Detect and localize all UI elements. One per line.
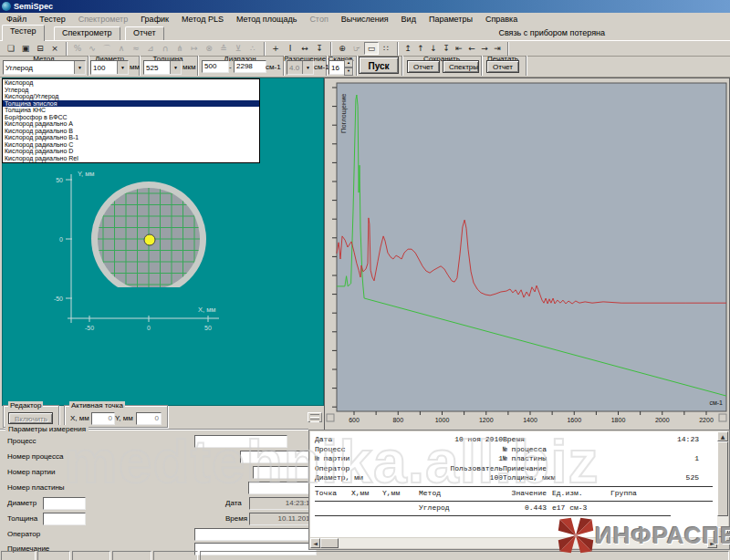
dropdown-item[interactable]: Кислород bbox=[3, 79, 259, 87]
pan-horizontal-icon[interactable]: ↔ bbox=[297, 42, 312, 55]
diameter-combobox[interactable]: 100 ▼ bbox=[90, 60, 129, 75]
dropdown-item[interactable]: Бор/фосфор в БФСС bbox=[3, 114, 259, 121]
dropdown-item[interactable]: Толщина эпислоя bbox=[3, 100, 259, 108]
zoom-icon[interactable]: ⊕ bbox=[335, 42, 349, 55]
wafer-x-tick-label: -50 bbox=[85, 325, 94, 331]
active-point-y-field[interactable]: 0 bbox=[136, 412, 162, 425]
diameter-param-field[interactable] bbox=[43, 497, 86, 510]
cursor-icon[interactable]: I bbox=[283, 42, 297, 55]
method-dropdown-list[interactable]: КислородУглеродКислород/УглеродТолщина э… bbox=[2, 78, 260, 163]
toolbar-group: ↥↑↓↧⇤←→⇥ bbox=[402, 42, 508, 56]
report-label: № партии bbox=[315, 454, 402, 464]
spectrum-y-axis-label: Поглощение bbox=[339, 93, 348, 133]
resolution-value: 4.0 bbox=[287, 64, 302, 72]
scroll-down-icon[interactable]: ↓ bbox=[427, 42, 440, 55]
dropdown-item[interactable]: Кислород радиально C bbox=[3, 141, 259, 149]
scroll-up-icon[interactable]: ↑ bbox=[414, 42, 427, 55]
scroll-right-icon[interactable]: ► bbox=[707, 538, 717, 548]
nand-icon: ⊻ bbox=[231, 42, 245, 55]
menu-item-метод-площадь[interactable]: Метод площадь bbox=[230, 15, 303, 24]
range-from-input[interactable]: 500 bbox=[202, 60, 229, 73]
scroll-up-icon[interactable]: ▲ bbox=[717, 431, 728, 441]
menu-item-вид[interactable]: Вид bbox=[395, 15, 422, 24]
process-label: Процесс bbox=[7, 437, 36, 445]
save-spectra-button[interactable]: Спектры bbox=[443, 60, 479, 73]
wafer-number-field[interactable] bbox=[248, 482, 317, 494]
dropdown-item[interactable]: Кислород радиально B bbox=[3, 128, 259, 135]
menu-item-параметры[interactable]: Параметры bbox=[422, 15, 479, 24]
status-bar-cell bbox=[72, 551, 110, 560]
menu-item-метод-pls[interactable]: Метод PLS bbox=[175, 15, 230, 24]
thickness-param-field[interactable] bbox=[43, 513, 86, 525]
scroll-right-icon[interactable]: → bbox=[478, 42, 491, 55]
operator-field[interactable] bbox=[194, 528, 317, 541]
chevron-down-icon[interactable]: ▼ bbox=[117, 61, 128, 74]
report-table-header-cell: Точка bbox=[315, 489, 351, 498]
start-button[interactable]: Пуск bbox=[359, 57, 399, 74]
tab-otchet[interactable]: Отчет bbox=[125, 26, 164, 41]
tab-tester[interactable]: Тестер bbox=[2, 25, 45, 41]
drop-line-icon[interactable]: ↧ bbox=[312, 42, 327, 55]
scroll-top-icon[interactable]: ↥ bbox=[402, 42, 414, 55]
dropdown-item[interactable]: Кислород/Углерод bbox=[3, 93, 259, 100]
dropdown-item[interactable]: Кислород радиально D bbox=[3, 148, 259, 155]
scroll-left-icon[interactable]: ◄ bbox=[310, 538, 320, 548]
report-table-cell: е17 см-3 bbox=[552, 503, 610, 513]
process-number-field[interactable] bbox=[240, 451, 317, 463]
open-icon[interactable]: ❏ bbox=[4, 42, 18, 55]
thickness-combobox[interactable]: 525 ▼ bbox=[143, 60, 182, 75]
status-bar-cell bbox=[1, 551, 36, 560]
scrollbar-thumb[interactable] bbox=[320, 538, 339, 548]
save-report-button[interactable]: Отчет bbox=[407, 60, 440, 73]
print-icon[interactable]: ⊟ bbox=[33, 42, 47, 55]
scrollbar-thumb[interactable] bbox=[717, 441, 728, 516]
report-table-cell bbox=[382, 503, 419, 513]
menu-item-тестер[interactable]: Тестер bbox=[33, 15, 72, 24]
scroll-home-icon[interactable]: ⇤ bbox=[453, 42, 465, 55]
menu-item-график[interactable]: График bbox=[134, 15, 175, 24]
move-icon[interactable]: + bbox=[268, 42, 283, 55]
expand-icon[interactable]: ∷ bbox=[379, 42, 393, 55]
report-table-header-cell: Y,мм bbox=[382, 489, 419, 498]
report-vertical-scrollbar[interactable]: ▲ ▼ bbox=[717, 431, 728, 537]
scroll-left-icon[interactable]: ← bbox=[465, 42, 478, 55]
report-table-cell bbox=[315, 503, 351, 513]
menu-item-справка[interactable]: Справка bbox=[479, 15, 524, 24]
spin-down-icon[interactable]: ▼ bbox=[344, 67, 353, 76]
dropdown-item[interactable]: Кислород радиально A bbox=[3, 120, 259, 128]
lot-number-field[interactable] bbox=[253, 466, 317, 479]
menu-item-вычисления[interactable]: Вычисления bbox=[335, 15, 395, 24]
parameter-row: Метод Углерод ▼ Диаметр 100 ▼ мм Толщина… bbox=[0, 55, 730, 78]
chevron-down-icon[interactable]: ▼ bbox=[170, 61, 181, 74]
dropdown-item[interactable]: Кислород радиально B-1 bbox=[3, 134, 259, 141]
spin-up-icon[interactable]: ▲ bbox=[344, 59, 353, 67]
range-to-input[interactable]: 2298 bbox=[234, 60, 266, 73]
scroll-end-icon[interactable]: ⇥ bbox=[491, 42, 504, 55]
dropdown-item[interactable]: Кислород радиально Rel bbox=[3, 155, 259, 162]
hand-icon[interactable]: ☞ bbox=[349, 42, 364, 55]
window-title: SemiSpec bbox=[14, 2, 53, 11]
report-value: 1 bbox=[589, 454, 699, 464]
spectrum-x-tick-label: 600 bbox=[349, 417, 360, 423]
save-icon[interactable]: ▣ bbox=[18, 42, 33, 55]
scroll-bottom-icon[interactable]: ↧ bbox=[440, 42, 453, 55]
report-horizontal-scrollbar[interactable]: ◄ ► bbox=[310, 538, 717, 548]
process-field[interactable] bbox=[194, 435, 287, 448]
report-table-cell: Углерод bbox=[419, 503, 492, 513]
tab-spektrometr[interactable]: Спектрометр bbox=[54, 26, 120, 41]
scans-stepper[interactable]: 16 ▲▼ bbox=[328, 60, 354, 75]
method-combobox[interactable]: Углерод ▼ bbox=[3, 60, 86, 75]
chevron-down-icon[interactable]: ▼ bbox=[74, 61, 85, 74]
splitter-grip[interactable] bbox=[308, 412, 322, 422]
menu-item-файл[interactable]: Файл bbox=[0, 15, 33, 24]
scroll-down-icon[interactable]: ▼ bbox=[717, 527, 728, 537]
dropdown-item[interactable]: Толщина КНС bbox=[3, 107, 259, 114]
print-report-button[interactable]: Отчет bbox=[486, 60, 519, 73]
spectrum-panel[interactable]: 6008001000120014001600180020002200Поглощ… bbox=[324, 78, 730, 430]
dropdown-item[interactable]: Углерод bbox=[3, 87, 259, 94]
select-rect-icon[interactable]: ▭ bbox=[364, 42, 379, 55]
delete-icon[interactable]: × bbox=[47, 42, 62, 55]
enable-editor-button[interactable]: Включить bbox=[8, 412, 53, 424]
title-bar[interactable]: SemiSpec bbox=[0, 0, 730, 13]
active-point-x-field[interactable]: 0 bbox=[91, 412, 115, 425]
